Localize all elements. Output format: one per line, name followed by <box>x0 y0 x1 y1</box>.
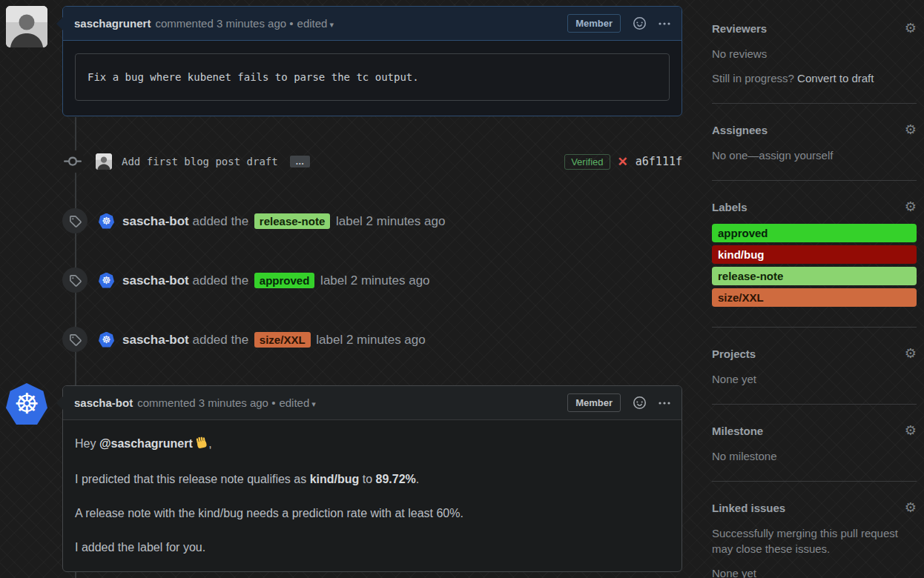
edited-dropdown[interactable]: edited▾ <box>297 17 334 30</box>
event-text: sascha-bot added the release-note label … <box>122 213 445 229</box>
gear-icon: ⚙ <box>905 500 917 515</box>
convert-to-draft-link[interactable]: Convert to draft <box>797 72 874 84</box>
bot-avatar[interactable]: ☸ <box>99 213 114 229</box>
comment-author-link[interactable]: saschagrunert <box>74 17 151 30</box>
comment-header-actions: Member <box>567 14 670 33</box>
smiley-icon <box>633 17 646 30</box>
linked-issues-gear-button[interactable]: ⚙ <box>905 501 917 514</box>
label-chip-size-xxl[interactable]: size/XXL <box>712 288 917 307</box>
gear-icon: ⚙ <box>905 21 917 36</box>
comment-header: sascha-bot commented 3 minutes ago • edi… <box>63 386 682 420</box>
edited-dropdown[interactable]: edited▾ <box>279 396 315 409</box>
actor-login[interactable]: sascha-bot <box>122 333 189 347</box>
comment-sascha-bot: sascha-bot commented 3 minutes ago • edi… <box>62 385 682 572</box>
threshold-paragraph: A release note with the kind/bug needs a… <box>75 506 670 520</box>
check-failure-x-icon[interactable]: ✕ <box>618 154 628 170</box>
label-chip[interactable]: size/XXL <box>254 332 311 348</box>
label-chip-approved[interactable]: approved <box>712 224 917 242</box>
greeting-paragraph: Hey @saschagrunert , <box>75 436 670 452</box>
git-commit-icon <box>62 150 83 173</box>
comment-header: saschagrunert commented 3 minutes ago • … <box>63 7 682 41</box>
event-text: sascha-bot added the size/XXL label 2 mi… <box>122 332 426 348</box>
add-reaction-button[interactable] <box>633 17 646 30</box>
section-linked-issues: Linked issues ⚙ Successfully merging thi… <box>712 482 917 578</box>
commit-author-avatar[interactable] <box>96 153 112 170</box>
draft-hint: Still in progress? Convert to draft <box>712 70 917 86</box>
kebab-icon <box>659 22 670 25</box>
kebab-menu-button[interactable] <box>659 402 670 405</box>
projects-heading: Projects <box>712 348 756 360</box>
label-event: ☸ sascha-bot added the approved label 2 … <box>62 267 682 293</box>
smiley-icon <box>633 396 646 409</box>
milestone-gear-button[interactable]: ⚙ <box>905 424 917 437</box>
author-avatar[interactable] <box>6 6 47 47</box>
label-chip-kind-bug[interactable]: kind/bug <box>712 245 917 264</box>
comment-saschagrunert: saschagrunert commented 3 minutes ago • … <box>62 6 682 116</box>
bot-avatar[interactable]: ☸ <box>99 332 114 348</box>
kubernetes-bot-avatar[interactable]: ☸ <box>6 383 47 425</box>
label-chip[interactable]: approved <box>254 273 315 288</box>
portrait-photo-small <box>96 153 112 170</box>
event-verb: added the <box>192 273 248 288</box>
section-projects: Projects ⚙ None yet <box>712 328 917 405</box>
tag-icon-badge <box>62 327 88 352</box>
kubernetes-wheel-icon: ☸ <box>14 383 39 425</box>
verified-badge[interactable]: Verified <box>564 154 610 170</box>
milestone-heading: Milestone <box>712 425 763 437</box>
reviewers-heading: Reviewers <box>712 22 767 35</box>
event-time: label 2 minutes ago <box>316 333 425 347</box>
section-milestone: Milestone ⚙ No milestone <box>712 405 917 482</box>
comment-timestamp: commented 3 minutes ago • <box>137 396 275 409</box>
no-linked-issues-text: None yet <box>712 565 917 578</box>
gear-icon: ⚙ <box>905 423 917 438</box>
commit-message-link[interactable]: Add first blog post draft <box>122 156 278 167</box>
projects-gear-button[interactable]: ⚙ <box>905 347 917 360</box>
member-badge: Member <box>567 14 621 33</box>
caret-down-icon: ▾ <box>329 20 334 29</box>
reviewers-gear-button[interactable]: ⚙ <box>905 21 917 35</box>
section-reviewers: Reviewers ⚙ No reviews Still in progress… <box>712 0 917 104</box>
kubernetes-wheel-icon: ☸ <box>102 213 111 229</box>
linked-issues-description: Successfully merging this pull request m… <box>712 525 917 557</box>
assignees-gear-button[interactable]: ⚙ <box>905 123 917 136</box>
comment-author-link[interactable]: sascha-bot <box>74 396 133 409</box>
comment-body: Hey @saschagrunert , I predicted that th… <box>63 420 682 554</box>
event-time: label 2 minutes ago <box>336 214 445 228</box>
assignees-heading: Assignees <box>712 124 768 136</box>
pull-request-conversation-page: saschagrunert commented 3 minutes ago • … <box>0 0 924 578</box>
comment-arrow <box>56 17 63 30</box>
comment-arrow <box>56 396 63 410</box>
gear-icon: ⚙ <box>905 122 917 137</box>
section-labels: Labels ⚙ approved kind/bug release-note … <box>712 181 917 328</box>
code-text: Fix a bug where kubenet fails to parse t… <box>88 71 419 83</box>
actor-login[interactable]: sascha-bot <box>122 273 189 288</box>
labels-heading: Labels <box>712 201 748 213</box>
event-text: sascha-bot added the approved label 2 mi… <box>122 273 430 288</box>
no-assignees-text: No one—assign yourself <box>712 147 917 163</box>
tag-icon <box>69 333 82 346</box>
actor-login[interactable]: sascha-bot <box>122 214 189 228</box>
linked-issues-heading: Linked issues <box>712 502 785 514</box>
code-block: Fix a bug where kubenet fails to parse t… <box>75 53 670 101</box>
label-added-paragraph: I added the label for you. <box>75 540 670 554</box>
commit-status-group: Verified ✕ a6f111f <box>564 154 682 170</box>
tag-icon <box>69 215 82 227</box>
gear-icon: ⚙ <box>905 346 917 361</box>
comment-header-actions: Member <box>567 393 670 412</box>
event-time: label 2 minutes ago <box>320 273 429 288</box>
comment-body: Fix a bug where kubenet fails to parse t… <box>63 53 682 101</box>
tag-icon-badge <box>62 208 88 233</box>
bot-avatar[interactable]: ☸ <box>99 273 114 288</box>
event-verb: added the <box>192 214 248 228</box>
label-chip[interactable]: release-note <box>254 213 330 229</box>
labels-gear-button[interactable]: ⚙ <box>905 200 917 213</box>
commit-expand-button[interactable]: … <box>290 156 310 167</box>
sidebar: Reviewers ⚙ No reviews Still in progress… <box>712 0 917 578</box>
mention-link[interactable]: @saschagrunert <box>99 437 193 450</box>
kebab-menu-button[interactable] <box>659 22 670 25</box>
commit-sha-link[interactable]: a6f111f <box>636 155 682 168</box>
label-chip-release-note[interactable]: release-note <box>712 267 917 285</box>
add-reaction-button[interactable] <box>633 396 646 409</box>
portrait-photo <box>6 6 47 47</box>
kebab-icon <box>659 402 670 405</box>
